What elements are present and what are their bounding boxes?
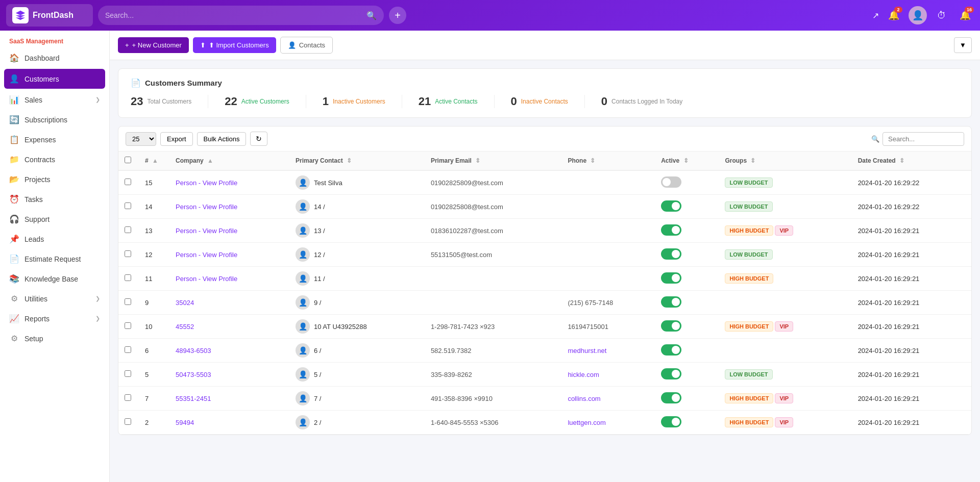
company-link[interactable]: Person - View Profile [176,275,237,283]
row-checkbox[interactable] [125,346,131,353]
company-link[interactable]: Person - View Profile [176,251,237,259]
email-link[interactable]: 335-839-8262 [431,371,472,378]
filter-button[interactable]: ▼ [954,37,972,53]
sidebar-item-estimate-request[interactable]: 📄 Estimate Request [0,249,109,269]
row-checkbox[interactable] [125,322,131,329]
per-page-select[interactable]: 25 10 50 100 [126,132,156,146]
share-icon[interactable]: ↗ [872,11,879,20]
export-button[interactable]: Export [160,132,193,146]
active-toggle[interactable] [661,392,681,403]
active-toggle[interactable] [661,344,681,356]
row-checkbox[interactable] [125,298,131,305]
email-link[interactable]: 01902825808@test.com [431,203,503,211]
th-date-created[interactable]: Date Created ⇕ [852,151,971,170]
import-customers-button[interactable]: ⬆ ⬆ Import Customers [193,37,276,53]
th-primary-email[interactable]: Primary Email ⇕ [425,151,562,170]
row-checkbox[interactable] [125,274,131,281]
bell-button[interactable]: 🔔 16 [957,7,974,24]
company-link[interactable]: 50473-5503 [176,371,211,378]
active-toggle[interactable] [661,272,681,284]
search-icon[interactable]: 🔍 [366,11,377,20]
sidebar-item-tasks[interactable]: ⏰ Tasks [0,189,109,209]
bulk-actions-button[interactable]: Bulk Actions [197,132,247,146]
email-link[interactable]: 01836102287@test.com [431,227,503,235]
sidebar-item-dashboard[interactable]: 🏠 Dashboard [0,48,109,68]
website-link[interactable]: medhurst.net [568,347,606,354]
row-email [425,291,562,315]
sidebar-item-projects[interactable]: 📂 Projects [0,169,109,189]
refresh-button[interactable]: ↻ [250,132,267,146]
th-num[interactable]: # ▲ [139,151,169,170]
th-groups[interactable]: Groups ⇕ [719,151,851,170]
row-checkbox[interactable] [125,179,131,185]
row-date: 2024-01-20 16:29:21 [852,243,971,267]
add-button[interactable]: + [389,7,406,24]
row-checkbox[interactable] [125,250,131,257]
email-link[interactable]: 55131505@test.com [431,251,492,259]
sidebar-item-support[interactable]: 🎧 Support [0,209,109,229]
email-link[interactable]: 491-358-8396 ×9910 [431,395,493,402]
active-toggle[interactable] [661,416,681,427]
sidebar-item-expenses[interactable]: 📋 Expenses [0,130,109,149]
th-phone[interactable]: Phone ⇕ [561,151,655,170]
row-active [655,339,719,363]
row-num: 10 [139,315,169,339]
email-link[interactable]: 1-298-781-7423 ×923 [431,323,495,331]
contacts-button[interactable]: 👤 Contacts [280,37,333,54]
contact-avatar: 👤 [296,415,310,429]
company-link[interactable]: Person - View Profile [176,179,237,187]
email-link[interactable]: 582.519.7382 [431,347,472,354]
website-link[interactable]: collins.com [568,395,600,402]
sidebar-item-contracts[interactable]: 📁 Contracts [0,149,109,169]
app-logo[interactable]: FrontDash [6,4,93,27]
active-toggle[interactable] [661,248,681,260]
row-checkbox[interactable] [125,202,131,209]
th-checkbox[interactable] [118,151,139,170]
user-avatar[interactable]: 👤 [909,6,927,24]
company-link[interactable]: Person - View Profile [176,227,237,235]
sidebar-item-knowledge-base[interactable]: 📚 Knowledge Base [0,269,109,289]
email-link[interactable]: 1-640-845-5553 ×5306 [431,419,499,426]
website-link[interactable]: hickle.com [568,371,599,378]
company-link[interactable]: 55351-2451 [176,395,211,402]
sidebar-item-setup[interactable]: ⚙ Setup [0,328,109,348]
sidebar-item-sales[interactable]: 📊 Sales ❯ [0,90,109,110]
th-company[interactable]: Company ▲ [169,151,289,170]
table-search-input[interactable] [883,132,964,146]
table-search-icon[interactable]: 🔍 [871,135,879,143]
company-link[interactable]: 45552 [176,323,194,331]
new-customer-button[interactable]: + + New Customer [118,37,189,53]
row-checkbox[interactable] [125,226,131,233]
active-toggle[interactable] [661,224,681,236]
sidebar-item-leads[interactable]: 📌 Leads [0,229,109,249]
group-badge: HIGH BUDGET [725,273,773,284]
active-toggle[interactable] [661,368,681,379]
select-all-checkbox[interactable] [125,157,131,163]
sidebar-item-utilities[interactable]: ⚙ Utilities ❯ [0,289,109,309]
company-link[interactable]: 48943-6503 [176,347,211,354]
company-link[interactable]: 35024 [176,299,194,307]
timer-button[interactable]: ⏱ [933,7,950,24]
row-checkbox[interactable] [125,394,131,401]
th-primary-contact[interactable]: Primary Contact ⇕ [289,151,425,170]
active-toggle[interactable] [661,296,681,308]
notifications-button[interactable]: 🔔 2 [885,7,902,24]
sidebar-item-customers[interactable]: 👤 Customers [4,69,105,89]
sidebar-item-reports[interactable]: 📈 Reports ❯ [0,309,109,328]
active-toggle[interactable] [661,200,681,212]
active-toggle[interactable] [661,176,681,188]
email-link[interactable]: 01902825809@test.com [431,179,503,187]
sidebar-item-subscriptions[interactable]: 🔄 Subscriptions [0,110,109,130]
contact-name: 2 / [314,419,321,426]
company-link[interactable]: Person - View Profile [176,203,237,211]
website-link[interactable]: luettgen.com [568,419,605,426]
th-active[interactable]: Active ⇕ [655,151,719,170]
search-input[interactable] [105,11,366,19]
row-checkbox[interactable] [125,418,131,425]
logged-in-count: 0 [601,95,607,108]
search-bar[interactable]: 🔍 [98,6,384,25]
company-link[interactable]: 59494 [176,419,194,426]
active-toggle[interactable] [661,320,681,332]
sidebar: SaaS Management 🏠 Dashboard 👤 Customers … [0,31,110,482]
row-checkbox[interactable] [125,370,131,377]
